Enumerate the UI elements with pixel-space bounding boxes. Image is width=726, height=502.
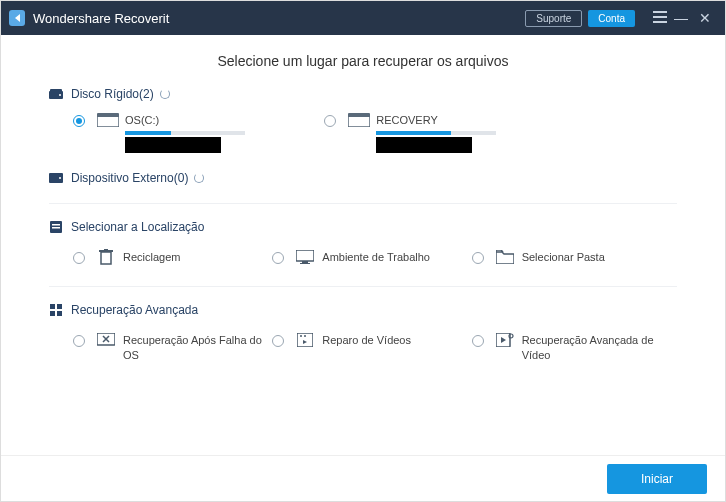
radio-icon[interactable] xyxy=(272,335,284,347)
option-recycle-bin[interactable]: Reciclagem xyxy=(73,246,272,268)
divider xyxy=(49,203,677,204)
svg-rect-11 xyxy=(52,227,60,229)
footer: Iniciar xyxy=(1,455,725,501)
drive-size-redacted xyxy=(125,137,221,153)
section-head-hdd: Disco Rígido(2) xyxy=(49,87,677,101)
disk-icon xyxy=(97,113,119,127)
drive-name-label: OS(C:) xyxy=(125,114,159,126)
svg-rect-6 xyxy=(348,113,370,117)
section-head-external: Dispositivo Externo(0) xyxy=(49,171,677,185)
drive-name-label: RECOVERY xyxy=(376,114,438,126)
radio-icon[interactable] xyxy=(73,252,85,264)
drive-option-os[interactable]: OS(C:) xyxy=(49,113,300,153)
option-advanced-video[interactable]: Recuperação Avançada de Vídeo xyxy=(472,329,671,366)
svg-point-8 xyxy=(59,177,61,179)
option-label: Reparo de Vídeos xyxy=(322,333,471,347)
radio-icon[interactable] xyxy=(472,335,484,347)
svg-rect-17 xyxy=(300,263,310,264)
section-label: Recuperação Avançada xyxy=(71,303,198,317)
titlebar: Wondershare Recoverit Suporte Conta — ✕ xyxy=(1,1,725,35)
option-label: Ambiente de Trabalho xyxy=(322,250,471,264)
section-label: Disco Rígido(2) xyxy=(71,87,154,101)
option-select-folder[interactable]: Selecionar Pasta xyxy=(472,246,671,268)
option-label: Recuperação Avançada de Vídeo xyxy=(522,333,671,362)
svg-rect-3 xyxy=(97,116,119,127)
page-title: Selecione um lugar para recuperar os arq… xyxy=(49,53,677,69)
main-content: Selecione um lugar para recuperar os arq… xyxy=(1,35,725,455)
radio-icon[interactable] xyxy=(324,115,336,127)
close-button[interactable]: ✕ xyxy=(693,10,717,26)
svg-rect-10 xyxy=(52,224,60,226)
svg-rect-1 xyxy=(50,89,62,92)
radio-icon[interactable] xyxy=(472,252,484,264)
svg-rect-15 xyxy=(296,250,314,261)
drive-size-redacted xyxy=(376,137,472,153)
refresh-icon[interactable] xyxy=(194,173,204,183)
drive-option-recovery[interactable]: RECOVERY xyxy=(300,113,551,153)
option-desktop[interactable]: Ambiente de Trabalho xyxy=(272,246,471,268)
disk-icon xyxy=(348,113,370,127)
svg-point-24 xyxy=(300,335,302,337)
svg-rect-4 xyxy=(97,113,119,117)
option-label: Recuperação Após Falha do OS xyxy=(123,333,272,362)
divider xyxy=(49,286,677,287)
minimize-button[interactable]: — xyxy=(669,10,693,26)
hamburger-icon xyxy=(653,11,667,23)
radio-icon[interactable] xyxy=(73,335,85,347)
drive-usage-bar xyxy=(125,131,245,135)
svg-rect-5 xyxy=(348,116,370,127)
advanced-video-icon xyxy=(496,333,514,347)
advanced-icon xyxy=(49,305,63,315)
account-button[interactable]: Conta xyxy=(588,10,635,27)
advanced-row: Recuperação Após Falha do OS Reparo de V… xyxy=(49,329,677,366)
section-location: Selecionar a Localização Reciclagem Ambi… xyxy=(49,220,677,268)
start-button[interactable]: Iniciar xyxy=(607,464,707,494)
option-label: Reciclagem xyxy=(123,250,272,264)
section-label: Selecionar a Localização xyxy=(71,220,204,234)
location-row: Reciclagem Ambiente de Trabalho Selecion… xyxy=(49,246,677,268)
radio-icon[interactable] xyxy=(272,252,284,264)
drive-row: OS(C:) RECOVERY xyxy=(49,113,677,153)
crash-icon xyxy=(97,333,115,347)
support-button[interactable]: Suporte xyxy=(525,10,582,27)
radio-icon[interactable] xyxy=(73,115,85,127)
svg-point-2 xyxy=(59,94,61,96)
refresh-icon[interactable] xyxy=(160,89,170,99)
location-icon xyxy=(49,222,63,232)
recycle-bin-icon xyxy=(97,250,115,264)
svg-point-25 xyxy=(304,335,306,337)
app-window: Wondershare Recoverit Suporte Conta — ✕ … xyxy=(0,0,726,502)
menu-button[interactable] xyxy=(645,10,669,26)
svg-rect-19 xyxy=(57,304,62,309)
svg-rect-21 xyxy=(57,311,62,316)
back-arrow-icon xyxy=(15,14,20,22)
folder-icon xyxy=(496,250,514,264)
section-hard-drive: Disco Rígido(2) OS(C:) xyxy=(49,87,677,153)
external-drive-icon xyxy=(49,173,63,183)
option-crash-recovery[interactable]: Recuperação Após Falha do OS xyxy=(73,329,272,366)
video-repair-icon xyxy=(296,333,314,347)
desktop-icon xyxy=(296,250,314,264)
svg-rect-14 xyxy=(104,249,108,251)
section-external: Dispositivo Externo(0) xyxy=(49,171,677,185)
app-logo xyxy=(9,10,25,26)
svg-rect-18 xyxy=(50,304,55,309)
section-head-advanced: Recuperação Avançada xyxy=(49,303,677,317)
section-head-location: Selecionar a Localização xyxy=(49,220,677,234)
drive-usage-bar xyxy=(376,131,496,135)
svg-rect-20 xyxy=(50,311,55,316)
svg-rect-16 xyxy=(302,261,308,263)
option-video-repair[interactable]: Reparo de Vídeos xyxy=(272,329,471,366)
section-advanced: Recuperação Avançada Recuperação Após Fa… xyxy=(49,303,677,366)
app-title: Wondershare Recoverit xyxy=(33,11,169,26)
section-label: Dispositivo Externo(0) xyxy=(71,171,188,185)
svg-rect-12 xyxy=(101,252,111,264)
hard-drive-icon xyxy=(49,89,63,99)
option-label: Selecionar Pasta xyxy=(522,250,671,264)
